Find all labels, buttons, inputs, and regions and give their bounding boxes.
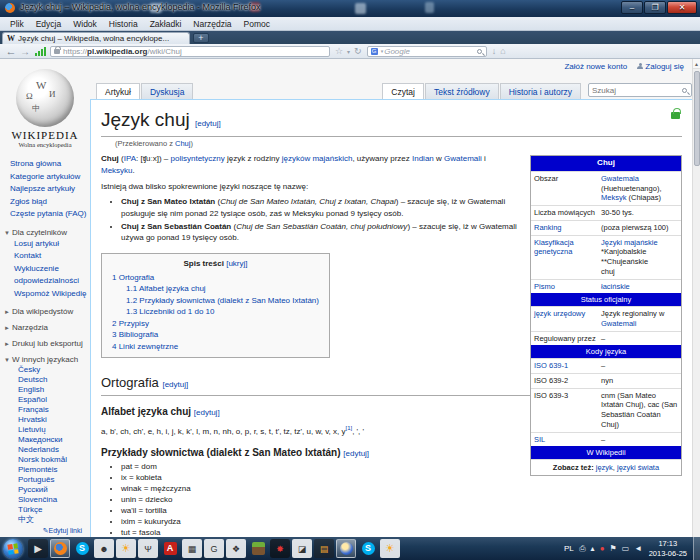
wikipedia-wordmark[interactable]: WIKIPEDIA: [0, 129, 90, 141]
redirect-link[interactable]: Chuj: [175, 139, 190, 148]
sidebar-section-tools[interactable]: ►Narzędzia: [4, 323, 90, 332]
bookmark-star-icon[interactable]: ☆: [335, 46, 343, 56]
language-link[interactable]: Português: [10, 475, 90, 485]
engine-dropdown-icon[interactable]: ▾: [381, 48, 384, 54]
sidebar-link[interactable]: Wspomóż Wikipedię: [14, 288, 90, 301]
printer-tray-icon[interactable]: ⎙: [579, 544, 585, 554]
wiki-search-box[interactable]: [588, 83, 692, 97]
scrollbar[interactable]: ▲: [692, 59, 700, 537]
infobox-value-link[interactable]: łacińskie: [600, 280, 681, 294]
search-magnifier-icon[interactable]: [477, 49, 482, 54]
sidebar-link[interactable]: Najlepsze artykuły: [10, 183, 90, 196]
login-link[interactable]: Zaloguj się: [637, 62, 684, 71]
sidebar-link[interactable]: Kontakt: [14, 250, 90, 263]
menu-item[interactable]: Plik: [4, 19, 30, 29]
taskbar-icon[interactable]: ☀: [380, 539, 400, 558]
taskbar-icon[interactable]: [50, 539, 70, 558]
taskbar-icon[interactable]: G: [204, 539, 224, 558]
taskbar-icon[interactable]: S: [358, 539, 378, 558]
sidebar-section-readers[interactable]: ▼Dla czytelników: [4, 228, 90, 237]
google-engine-icon[interactable]: G: [371, 48, 378, 55]
language-link[interactable]: English: [10, 385, 90, 395]
taskbar-icon[interactable]: Ψ: [138, 539, 158, 558]
menu-item[interactable]: Widok: [67, 19, 103, 29]
scroll-up-arrow-icon[interactable]: ▲: [693, 59, 700, 69]
show-desktop-button[interactable]: [693, 537, 700, 560]
scrollbar-thumb[interactable]: [694, 71, 700, 166]
volume-tray-icon[interactable]: ◄: [634, 544, 642, 553]
toc-entry[interactable]: 1 Ortografia: [112, 272, 319, 284]
toc-entry[interactable]: 1.3 Liczebniki od 1 do 10: [126, 306, 319, 318]
url-text[interactable]: https://pl.wikipedia.org/wiki/Chuj: [63, 47, 182, 56]
wiki-search-magnifier-icon[interactable]: [682, 88, 687, 93]
language-indicator[interactable]: PL: [564, 544, 574, 553]
browser-search-box[interactable]: G ▾ Google: [367, 46, 487, 57]
toc-entry[interactable]: 1.1 Alfabet języka chuj: [126, 283, 319, 295]
new-tab-button[interactable]: +: [193, 33, 209, 43]
sidebar-link[interactable]: Zgłoś błąd: [10, 196, 90, 209]
language-link[interactable]: Nederlands: [10, 445, 90, 455]
page-tab[interactable]: Artykuł: [96, 83, 140, 99]
sidebar-link[interactable]: Losuj artykuł: [14, 238, 90, 251]
edit-section-link[interactable]: [edytuj]: [195, 119, 221, 128]
language-link[interactable]: Türkçe: [10, 505, 90, 515]
language-link[interactable]: Slovenčina: [10, 495, 90, 505]
page-tab[interactable]: Czytaj: [382, 83, 424, 99]
signal-bars-icon[interactable]: [35, 47, 47, 56]
language-link[interactable]: Español: [10, 395, 90, 405]
taskbar-clock[interactable]: 17:13 2013-06-25: [649, 539, 687, 559]
bookmark-dropdown-icon[interactable]: ▾: [347, 48, 350, 55]
page-tab[interactable]: Historia i autorzy: [500, 83, 581, 99]
wiki-search-input[interactable]: [592, 86, 682, 95]
sidebar-link[interactable]: Strona główna: [10, 158, 90, 171]
forward-icon[interactable]: →: [18, 45, 32, 58]
language-link[interactable]: Deutsch: [10, 375, 90, 385]
taskbar-icon[interactable]: A: [160, 539, 180, 558]
taskbar-icon[interactable]: ☀: [116, 539, 136, 558]
language-link[interactable]: Македонски: [10, 435, 90, 445]
minimize-button[interactable]: –: [621, 1, 643, 14]
sidebar-link[interactable]: Kategorie artykułów: [10, 171, 90, 184]
taskbar-icon[interactable]: ▤: [314, 539, 334, 558]
toc-entry[interactable]: 4 Linki zewnętrzne: [112, 341, 319, 353]
create-account-link[interactable]: Załóż nowe konto: [564, 62, 627, 71]
taskbar-icon[interactable]: S: [72, 539, 92, 558]
taskbar-icon[interactable]: [248, 539, 268, 558]
edit-links[interactable]: ✎Edytuj linki: [0, 527, 90, 535]
sidebar-link[interactable]: Wykluczenie odpowiedzialności: [14, 263, 90, 288]
infobox-label-link[interactable]: ISO 639-1: [531, 359, 600, 373]
language-link[interactable]: Hrvatski: [10, 415, 90, 425]
infobox-label-link[interactable]: Pismo: [531, 280, 600, 294]
sidebar-section-print[interactable]: ►Drukuj lub eksportuj: [4, 339, 90, 348]
taskbar-icon[interactable]: ☻: [94, 539, 114, 558]
taskbar-icon[interactable]: ▦: [182, 539, 202, 558]
close-button[interactable]: ✕: [667, 1, 697, 14]
language-link[interactable]: Русский: [10, 485, 90, 495]
alert-tray-icon[interactable]: ●: [600, 544, 605, 553]
flag-tray-icon[interactable]: ⚑: [609, 544, 616, 553]
network-tray-icon[interactable]: ▭: [622, 544, 630, 553]
language-link[interactable]: Piemontèis: [10, 465, 90, 475]
toc-entry[interactable]: 3 Bibliografia: [112, 329, 319, 341]
menu-item[interactable]: Historia: [103, 19, 144, 29]
taskbar-icon[interactable]: ✸: [270, 539, 290, 558]
browser-tab[interactable]: W Język chuj – Wikipedia, wolna encyklop…: [2, 32, 190, 44]
language-link[interactable]: 中文: [10, 515, 90, 525]
wikipedia-globe-logo[interactable]: W Ω И 中: [16, 69, 74, 127]
menu-item[interactable]: Pomoc: [238, 19, 276, 29]
language-link[interactable]: Lietuvių: [10, 425, 90, 435]
edit-section-link[interactable]: [edytuj]: [194, 408, 220, 417]
infobox-label-link[interactable]: Klasyfikacja genetyczna: [531, 236, 600, 279]
home-icon[interactable]: ⌂: [500, 46, 505, 56]
taskbar-icon[interactable]: ❖: [226, 539, 246, 558]
sidebar-link[interactable]: Częste pytania (FAQ): [10, 208, 90, 221]
menu-item[interactable]: Zakładki: [144, 19, 188, 29]
language-link[interactable]: Česky: [10, 365, 90, 375]
infobox-label-link[interactable]: SIL: [531, 433, 600, 447]
start-button[interactable]: [3, 539, 23, 559]
taskbar-icon[interactable]: ▶: [28, 539, 48, 558]
edit-section-link[interactable]: [edytuj]: [162, 380, 188, 389]
menu-item[interactable]: Edycja: [30, 19, 68, 29]
menu-item[interactable]: Narzędzia: [187, 19, 237, 29]
infobox-label-link[interactable]: Ranking: [531, 221, 600, 235]
